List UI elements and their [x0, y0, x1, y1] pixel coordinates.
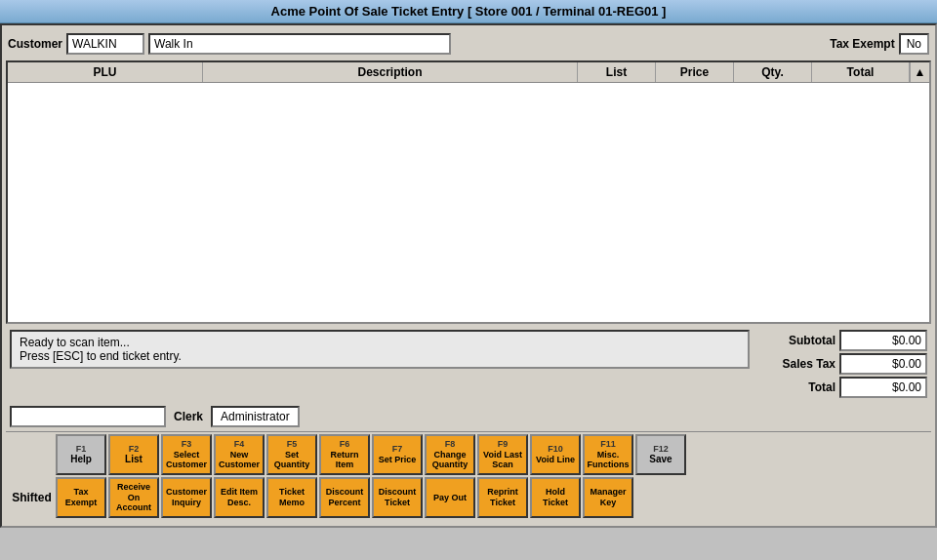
- f10-void-line-button[interactable]: F10 Void Line: [530, 434, 581, 475]
- customer-id-input[interactable]: [66, 33, 144, 55]
- tax-exempt-value: No: [899, 33, 929, 55]
- shifted-pay-out-button[interactable]: Pay Out: [425, 477, 475, 518]
- title-bar: Acme Point Of Sale Ticket Entry [ Store …: [0, 0, 937, 23]
- status-line1: Ready to scan item...: [20, 336, 740, 349]
- f6-return-item-button[interactable]: F6 ReturnItem: [319, 434, 370, 475]
- f5-set-quantity-button[interactable]: F5 SetQuantity: [266, 434, 317, 475]
- shifted-tax-exempt-button[interactable]: Tax Exempt: [56, 477, 106, 518]
- customer-label: Customer: [8, 37, 62, 51]
- f12-save-button[interactable]: F12 Save: [635, 434, 686, 475]
- shifted-reprint-ticket-button[interactable]: ReprintTicket: [477, 477, 528, 518]
- salestax-label: Sales Tax: [757, 357, 835, 371]
- shifted-hold-ticket-button[interactable]: HoldTicket: [530, 477, 581, 518]
- col-list: List: [578, 62, 656, 82]
- shifted-receive-on-account-button[interactable]: ReceiveOnAccount: [108, 477, 159, 518]
- input-row: Clerk Administrator: [6, 402, 931, 431]
- title-text: Acme Point Of Sale Ticket Entry [ Store …: [271, 4, 667, 19]
- f3-select-customer-button[interactable]: F3 SelectCustomer: [161, 434, 212, 475]
- scan-input[interactable]: [10, 406, 166, 427]
- subtotal-value: $0.00: [839, 330, 927, 351]
- status-text-block: Ready to scan item... Press [ESC] to end…: [10, 330, 750, 369]
- col-plu: PLU: [8, 62, 203, 82]
- col-qty: Qty.: [734, 62, 812, 82]
- salestax-row: Sales Tax $0.00: [757, 353, 927, 375]
- shifted-row: Shifted Tax Exempt ReceiveOnAccount Cust…: [10, 477, 927, 518]
- f2-list-button[interactable]: F2 List: [108, 434, 159, 475]
- status-area: Ready to scan item... Press [ESC] to end…: [6, 326, 931, 402]
- fkeys-row: F1 Help F2 List F3 SelectCustomer F4 New…: [10, 434, 927, 475]
- subtotal-label: Subtotal: [757, 334, 835, 347]
- totals-area: Subtotal $0.00 Sales Tax $0.00 Total $0.…: [757, 330, 927, 398]
- f4-new-customer-button[interactable]: F4 NewCustomer: [214, 434, 265, 475]
- table-body: [8, 83, 929, 317]
- table-area: PLU Description List Price Qty. Total ▲: [6, 60, 931, 324]
- clerk-value: Administrator: [211, 406, 300, 427]
- shifted-label: Shifted: [10, 491, 54, 504]
- customer-name-input[interactable]: [148, 33, 451, 55]
- f8-change-quantity-button[interactable]: F8 ChangeQuantity: [425, 434, 475, 475]
- f11-misc-functions-button[interactable]: F11 Misc.Functions: [583, 434, 633, 475]
- f9-void-last-scan-button[interactable]: F9 Void LastScan: [477, 434, 528, 475]
- total-value: $0.00: [839, 377, 927, 398]
- shifted-discount-ticket-button[interactable]: DiscountTicket: [372, 477, 423, 518]
- shifted-discount-percent-button[interactable]: DiscountPercent: [319, 477, 370, 518]
- f7-set-price-button[interactable]: F7 Set Price: [372, 434, 423, 475]
- function-keys-area: F1 Help F2 List F3 SelectCustomer F4 New…: [6, 431, 931, 522]
- col-description: Description: [203, 62, 578, 82]
- shifted-customer-inquiry-button[interactable]: CustomerInquiry: [161, 477, 212, 518]
- shifted-edit-item-desc-button[interactable]: Edit ItemDesc.: [214, 477, 265, 518]
- salestax-value: $0.00: [839, 353, 927, 375]
- total-row: Total $0.00: [757, 377, 927, 398]
- col-total: Total: [812, 62, 910, 82]
- tax-exempt-label: Tax Exempt: [830, 37, 894, 51]
- shifted-ticket-memo-button[interactable]: TicketMemo: [266, 477, 317, 518]
- col-price: Price: [656, 62, 734, 82]
- subtotal-row: Subtotal $0.00: [757, 330, 927, 351]
- f1-help-button[interactable]: F1 Help: [56, 434, 106, 475]
- clerk-label: Clerk: [174, 410, 203, 423]
- customer-row: Customer Tax Exempt No: [6, 29, 931, 59]
- total-label: Total: [757, 380, 835, 394]
- scroll-up-arrow[interactable]: ▲: [910, 62, 929, 82]
- shifted-manager-key-button[interactable]: ManagerKey: [583, 477, 633, 518]
- main-window: Customer Tax Exempt No PLU Description L…: [0, 23, 937, 528]
- status-line2: Press [ESC] to end ticket entry.: [20, 349, 740, 363]
- table-header: PLU Description List Price Qty. Total ▲: [8, 62, 929, 83]
